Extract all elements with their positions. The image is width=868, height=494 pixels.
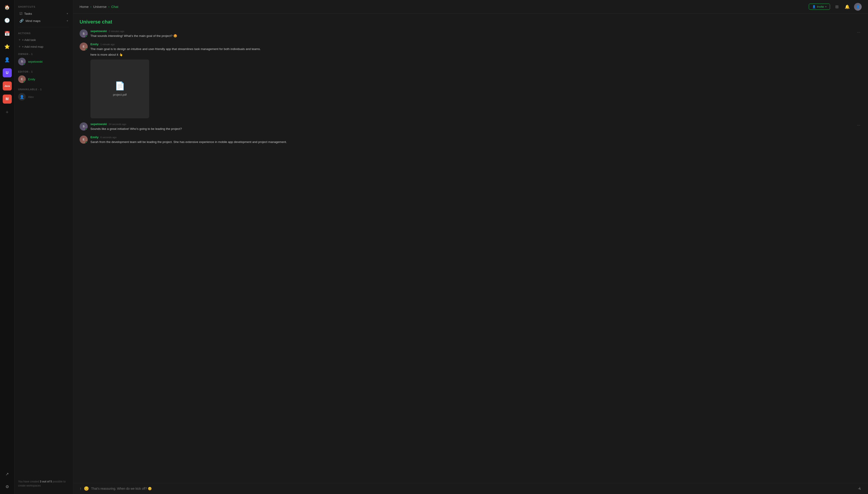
sidebar-footer: You have created 3 out of 5 possible to …	[15, 477, 73, 490]
invite-icon: 👤	[812, 5, 816, 8]
msg-more-1[interactable]: ···	[855, 30, 862, 35]
unavailable-avatar-placeholder: 👤	[18, 93, 26, 101]
msg-text-1: That sounds interesting! What's the main…	[91, 34, 862, 38]
emily-status-1	[85, 49, 87, 51]
msg-text-2: The main goal is to design an intuitive …	[91, 47, 862, 52]
mindmaps-chevron-icon: ▾	[67, 19, 68, 22]
sepetowski-status-2	[85, 128, 87, 130]
msg-body-2: Emily 1 minute ago The main goal is to d…	[91, 42, 862, 118]
user-avatar-topbar[interactable]: 👤	[854, 3, 862, 11]
add-task-icon: +	[19, 38, 21, 42]
add-mindmap-label: + Add mind map	[22, 45, 43, 49]
app-m-icon[interactable]: M	[3, 95, 12, 103]
msg-time-1: 2 minutes ago	[109, 30, 124, 33]
pdf-file-icon: 📄	[115, 81, 125, 91]
msg-more-3[interactable]: ···	[855, 122, 862, 128]
pdf-filename: project.pdf	[113, 93, 127, 96]
msg-username-4: Emily	[91, 135, 99, 139]
msg-avatar-emily-2: E	[80, 135, 88, 144]
msg-time-4: 6 seconds ago	[100, 136, 117, 139]
unavailable-section: UNAVAILABLE - 1 👤 Alex	[15, 88, 73, 103]
msg-time-3: 24 seconds ago	[109, 123, 126, 126]
topbar-right: 👤 Invite + ⊞ 🔔 👤	[809, 3, 862, 11]
footer-text: You have created	[18, 480, 39, 483]
tasks-label: Tasks	[24, 12, 32, 15]
owner-name: sepetowski	[28, 60, 42, 63]
chat-title: Universe chat	[80, 19, 862, 25]
owner-label: OWNER - 1	[18, 53, 70, 55]
msg-header-1: sepetowski 2 minutes ago	[91, 30, 862, 33]
bell-icon[interactable]: 🔔	[844, 3, 851, 11]
chat-input-bar: ↑ 😊 ➤	[73, 483, 868, 494]
invite-label: Invite	[817, 5, 824, 8]
owner-section: OWNER - 1 S sepetowski	[15, 53, 73, 68]
editor-avatar: E	[18, 75, 26, 83]
msg-avatar-emily-1: E	[80, 42, 88, 51]
msg-text-4: Sarah from the development team will be …	[91, 140, 862, 145]
invite-button[interactable]: 👤 Invite +	[809, 4, 830, 10]
sidebar-divider	[18, 27, 70, 27]
msg-header-2: Emily 1 minute ago	[91, 42, 862, 46]
star-icon[interactable]: ⭐	[3, 42, 12, 51]
mindmaps-icon: 🔗	[19, 19, 24, 23]
clock-icon[interactable]: 🕐	[3, 16, 12, 25]
actions-section: + + Add task + + Add mind map	[15, 36, 73, 50]
sidebar: SHORTCUTS ☑ Tasks ▾ 🔗 Mind maps ▾ ACTION…	[15, 0, 73, 494]
breadcrumb-chat[interactable]: Chat	[111, 5, 118, 8]
home-icon[interactable]: 🏠	[3, 3, 12, 12]
unavailable-avatar: 👤	[18, 93, 26, 101]
msg-body-1: sepetowski 2 minutes ago That sounds int…	[91, 30, 862, 38]
sidebar-item-mindmaps[interactable]: 🔗 Mind maps ▾	[16, 17, 72, 24]
msg-avatar-sepetowski-1: S	[80, 30, 88, 38]
add-task-label: + Add task	[22, 38, 36, 42]
upload-icon[interactable]: ↑	[80, 486, 82, 491]
logout-icon[interactable]: ↗	[3, 470, 12, 479]
add-task-button[interactable]: + + Add task	[17, 36, 71, 43]
sepetowski-status-1	[85, 35, 87, 37]
message-row: E Emily 1 minute ago The main goal is to…	[80, 42, 862, 118]
footer-count: 3 out of 5	[40, 480, 52, 483]
add-workspace-icon[interactable]: +	[3, 108, 12, 117]
send-button[interactable]: ➤	[856, 486, 863, 492]
add-mindmap-button[interactable]: + + Add mind map	[17, 43, 71, 50]
unavailable-name: Alex	[28, 95, 34, 99]
breadcrumb-home[interactable]: Home	[80, 5, 88, 8]
owner-row: S sepetowski	[18, 58, 70, 65]
unavailable-label: UNAVAILABLE - 1	[18, 88, 70, 91]
emily-status-2	[85, 141, 87, 144]
msg-body-3: sepetowski 24 seconds ago Sounds like a …	[91, 122, 862, 131]
tasks-icon: ☑	[19, 12, 22, 16]
message-row: E Emily 6 seconds ago Sarah from the dev…	[80, 135, 862, 145]
msg-body-4: Emily 6 seconds ago Sarah from the devel…	[91, 135, 862, 145]
invite-plus-icon: +	[825, 5, 827, 8]
msg-subtext-2: here is more about it 👆	[91, 53, 862, 57]
message-row: S sepetowski 24 seconds ago Sounds like …	[80, 122, 862, 131]
breadcrumb-sep-2: ›	[108, 5, 110, 8]
grid-icon[interactable]: ⊞	[833, 3, 841, 11]
icon-bar: 🏠 🕐 📅 ⭐ 👤 U Java M + ↗ ⚙	[0, 0, 15, 494]
add-mindmap-icon: +	[19, 44, 21, 49]
app-u-icon[interactable]: U	[3, 68, 12, 77]
breadcrumb: Home › Universe › Chat	[80, 5, 118, 8]
user-icon[interactable]: 👤	[3, 55, 12, 64]
msg-text-3: Sounds like a great initiative! Who's go…	[91, 127, 862, 131]
owner-status-dot	[23, 63, 25, 65]
unavailable-row: 👤 Alex	[18, 93, 70, 101]
shortcuts-label: SHORTCUTS	[15, 5, 73, 8]
chat-messages[interactable]: Universe chat S sepetowski 2 minutes ago…	[73, 14, 868, 483]
breadcrumb-universe[interactable]: Universe	[93, 5, 106, 8]
topbar: Home › Universe › Chat 👤 Invite + ⊞ 🔔 👤	[73, 0, 868, 14]
emoji-icon[interactable]: 😊	[84, 486, 89, 491]
editor-label: EDITOR - 1	[18, 70, 70, 73]
message-row: S sepetowski 2 minutes ago That sounds i…	[80, 30, 862, 38]
settings-icon[interactable]: ⚙	[3, 482, 12, 491]
sidebar-item-tasks[interactable]: ☑ Tasks ▾	[16, 10, 72, 17]
editor-name: Emily	[28, 78, 35, 81]
app-java-icon[interactable]: Java	[3, 81, 12, 91]
tasks-chevron-icon: ▾	[67, 12, 68, 15]
chat-input[interactable]	[91, 487, 855, 490]
pdf-attachment[interactable]: 📄 project.pdf	[91, 59, 149, 118]
calendar-icon[interactable]: 📅	[3, 29, 12, 38]
chat-scroll-container: Universe chat S sepetowski 2 minutes ago…	[73, 14, 868, 483]
msg-header-3: sepetowski 24 seconds ago	[91, 122, 862, 126]
